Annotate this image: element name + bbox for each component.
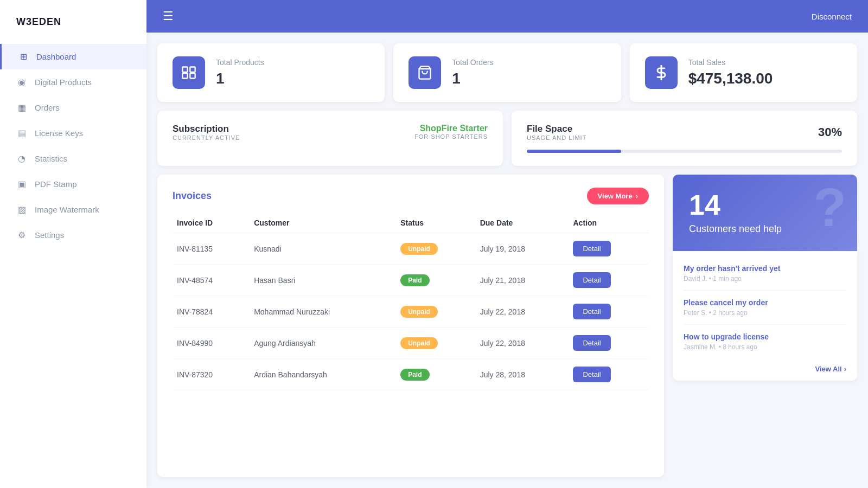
digital-products-icon: ◉ [16, 77, 27, 87]
invoices-table: Invoice IDCustomerStatusDue DateAction I… [173, 213, 649, 390]
ticket-meta: Jasmine M. • 8 hours ago [684, 343, 846, 351]
help-card: 14 Customers need help ? My order hasn't… [673, 175, 857, 477]
detail-button[interactable]: Detail [573, 241, 610, 256]
sidebar-item-orders[interactable]: ▦ Orders [0, 95, 146, 120]
invoice-action: Detail [569, 233, 649, 265]
invoices-card: Invoices View More › Invoice IDCustomerS… [157, 175, 664, 477]
orders-value: 1 [452, 70, 493, 87]
sales-icon [645, 56, 678, 89]
status-badge: Unpaid [400, 337, 438, 349]
status-badge: Unpaid [400, 306, 438, 318]
license-keys-icon: ▤ [16, 128, 27, 138]
ticket-title: Please cancel my order [684, 298, 846, 307]
top-header: ☰ Disconnect [146, 0, 868, 33]
sidebar-item-dashboard[interactable]: ⊞ Dashboard [0, 44, 146, 69]
sidebar: W3EDEN ⊞ Dashboard ◉ Digital Products ▦ … [0, 0, 146, 488]
hamburger-menu[interactable]: ☰ [163, 9, 174, 23]
total-orders-card: Total Orders 1 [393, 43, 621, 102]
sidebar-label-settings: Settings [35, 230, 64, 240]
invoice-status: Unpaid [396, 328, 476, 359]
invoice-action: Detail [569, 328, 649, 359]
col-invoice-id: Invoice ID [173, 213, 250, 233]
ticket-title: How to upgrade license [684, 332, 846, 341]
settings-icon: ⚙ [16, 230, 27, 240]
invoice-customer: Agung Ardiansyah [250, 328, 396, 359]
invoice-status: Paid [396, 265, 476, 296]
dashboard-icon: ⊞ [18, 52, 29, 62]
table-row: INV-84990 Agung Ardiansyah Unpaid July 2… [173, 328, 649, 359]
sidebar-item-digital-products[interactable]: ◉ Digital Products [0, 69, 146, 95]
view-all-link[interactable]: View All › [684, 358, 846, 375]
table-row: INV-87320 Ardian Bahandarsyah Paid July … [173, 359, 649, 390]
ticket-meta: David J. • 1 min ago [684, 275, 846, 282]
image-watermark-icon: ▨ [16, 204, 27, 215]
invoice-customer: Ardian Bahandarsyah [250, 359, 396, 390]
invoice-due-date: July 22, 2018 [476, 296, 569, 328]
sidebar-item-pdf-stamp[interactable]: ▣ PDF Stamp [0, 171, 146, 197]
sales-value: $475,138.00 [688, 70, 773, 87]
sidebar-item-license-keys[interactable]: ▤ License Keys [0, 120, 146, 146]
detail-button[interactable]: Detail [573, 367, 610, 382]
filespace-title: File Space [527, 124, 586, 134]
filespace-subtitle: Usage and Limit [527, 134, 586, 141]
stats-row: Total Products 1 Total Orders 1 [157, 43, 857, 102]
table-row: INV-48574 Hasan Basri Paid July 21, 2018… [173, 265, 649, 296]
invoice-status: Unpaid [396, 233, 476, 265]
col-customer: Customer [250, 213, 396, 233]
invoice-id: INV-87320 [173, 359, 250, 390]
detail-button[interactable]: Detail [573, 335, 610, 351]
orders-label: Total Orders [452, 58, 493, 67]
sidebar-label-image-watermark: Image Watermark [35, 205, 99, 214]
sidebar-label-digital-products: Digital Products [35, 78, 92, 87]
total-products-card: Total Products 1 [157, 43, 385, 102]
table-row: INV-81135 Kusnadi Unpaid July 19, 2018 D… [173, 233, 649, 265]
svg-rect-0 [182, 67, 187, 72]
invoice-action: Detail [569, 296, 649, 328]
list-item[interactable]: My order hasn't arrived yet David J. • 1… [684, 256, 846, 291]
sidebar-label-dashboard: Dashboard [36, 52, 76, 61]
list-item[interactable]: Please cancel my order Peter S. • 2 hour… [684, 291, 846, 325]
invoice-due-date: July 22, 2018 [476, 328, 569, 359]
invoice-customer: Hasan Basri [250, 265, 396, 296]
progress-bar-fill [527, 150, 621, 153]
question-mark-icon: ? [813, 180, 846, 234]
products-label: Total Products [216, 58, 264, 67]
invoice-status: Paid [396, 359, 476, 390]
status-badge: Paid [400, 369, 429, 381]
list-item[interactable]: How to upgrade license Jasmine M. • 8 ho… [684, 325, 846, 358]
detail-button[interactable]: Detail [573, 304, 610, 319]
ticket-title: My order hasn't arrived yet [684, 264, 846, 273]
middle-row: Subscription Currently Active ShopFire S… [157, 111, 857, 166]
products-value: 1 [216, 70, 264, 87]
col-action: Action [569, 213, 649, 233]
invoice-action: Detail [569, 359, 649, 390]
table-row: INV-78824 Mohammad Nuruzzaki Unpaid July… [173, 296, 649, 328]
invoice-customer: Kusnadi [250, 233, 396, 265]
view-more-button[interactable]: View More › [587, 188, 649, 204]
orders-icon: ▦ [16, 102, 27, 113]
subscription-plan-desc: For Shop Starters [414, 133, 488, 140]
sidebar-item-settings[interactable]: ⚙ Settings [0, 222, 146, 248]
sidebar-item-statistics[interactable]: ◔ Statistics [0, 146, 146, 171]
subscription-card: Subscription Currently Active ShopFire S… [157, 111, 503, 166]
invoice-id: INV-78824 [173, 296, 250, 328]
invoices-title: Invoices [173, 190, 212, 202]
invoice-due-date: July 21, 2018 [476, 265, 569, 296]
products-icon [173, 56, 205, 89]
invoice-due-date: July 19, 2018 [476, 233, 569, 265]
sales-label: Total Sales [688, 58, 773, 67]
statistics-icon: ◔ [16, 153, 27, 164]
status-badge: Unpaid [400, 243, 438, 255]
invoice-due-date: July 28, 2018 [476, 359, 569, 390]
disconnect-button[interactable]: Disconnect [812, 12, 852, 21]
bottom-row: Invoices View More › Invoice IDCustomerS… [157, 175, 857, 477]
sidebar-item-image-watermark[interactable]: ▨ Image Watermark [0, 197, 146, 222]
filespace-percent: 30% [818, 125, 842, 139]
progress-bar-background [527, 150, 842, 153]
brand-logo: W3EDEN [0, 16, 146, 44]
invoice-customer: Mohammad Nuruzzaki [250, 296, 396, 328]
help-tickets-list: My order hasn't arrived yet David J. • 1… [673, 251, 857, 381]
detail-button[interactable]: Detail [573, 272, 610, 288]
subscription-title: Subscription [173, 124, 240, 134]
filespace-card: File Space Usage and Limit 30% [512, 111, 857, 166]
